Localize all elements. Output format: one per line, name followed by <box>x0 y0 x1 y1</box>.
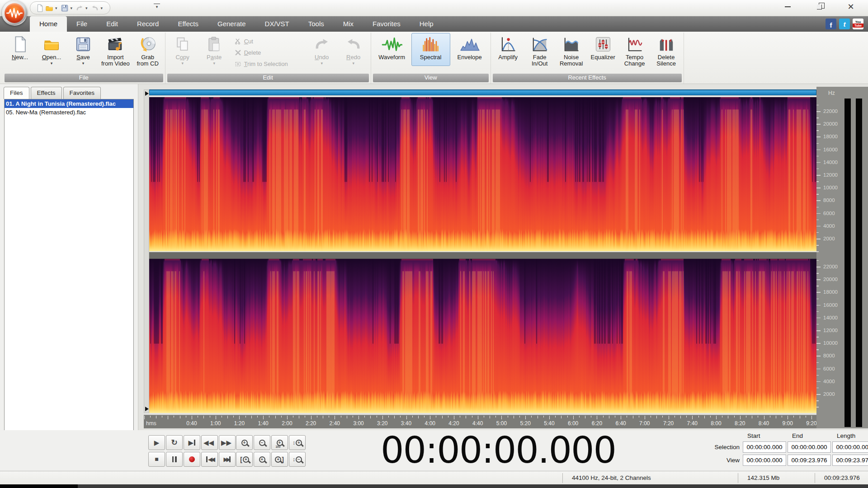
ribbon-button-envelope[interactable]: Envelope <box>450 33 489 66</box>
fast-forward-button[interactable]: ▶▶ <box>219 435 236 450</box>
menu-tab-home[interactable]: Home <box>30 16 67 32</box>
freq-tick <box>816 213 821 214</box>
pos-header-length: Length <box>832 432 868 440</box>
qat-open-folder-button[interactable] <box>45 4 53 12</box>
go-to-start-button[interactable]: ◀◀ <box>201 452 218 467</box>
ribbon-button-open[interactable]: Open... ▾ <box>36 33 67 66</box>
pos-selection-length-field[interactable]: 00:00:00.000 <box>832 441 868 453</box>
menu-tab-record[interactable]: Record <box>127 16 168 32</box>
ribbon-button-redo[interactable]: Redo ▾ <box>338 33 369 66</box>
facebook-icon[interactable]: f <box>826 19 836 29</box>
pos-selection-start-field[interactable]: 00:00:00.000 <box>743 441 786 453</box>
app-logo-button[interactable] <box>2 0 27 26</box>
ribbon-button-save[interactable]: Save ▾ <box>67 33 99 66</box>
level-meter-left <box>844 99 851 427</box>
pos-selection-end-field[interactable]: 00:00:00.000 <box>788 441 831 453</box>
menu-tab-help[interactable]: Help <box>410 16 443 32</box>
sidebar-tab-favorites[interactable]: Favorites <box>63 87 101 99</box>
ribbon-button-paste[interactable]: Paste ▾ <box>198 33 230 66</box>
qat-dropdown-arrow-icon[interactable]: ▾ <box>85 6 88 10</box>
menu-tab-file[interactable]: File <box>67 16 97 32</box>
menu-tab-mix[interactable]: Mix <box>334 16 363 32</box>
qat-undo-arrow-button[interactable] <box>75 4 84 12</box>
menu-tab-tools[interactable]: Tools <box>299 16 334 32</box>
selection-handle-top-icon[interactable] <box>145 91 149 96</box>
menu-tab-edit[interactable]: Edit <box>97 16 127 32</box>
ribbon-button-spectral[interactable]: Spectral <box>411 33 450 66</box>
ribbon-button-cut[interactable]: Cut <box>235 36 302 47</box>
zoom-100-button[interactable]: +100 <box>271 435 288 450</box>
window-close-button[interactable]: ✕ <box>842 1 860 13</box>
ribbon-button-noise-removal[interactable]: NoiseRemoval <box>556 33 587 72</box>
sidebar-tab-files[interactable]: Files <box>4 87 29 99</box>
ruler-tick <box>662 416 663 418</box>
time-ruler[interactable]: hms 0:401:001:201:402:002:202:403:003:20… <box>144 415 816 428</box>
ribbon-button-undo[interactable]: Undo ▾ <box>306 33 338 66</box>
stop-button[interactable]: ■ <box>148 452 165 467</box>
toolbar-customize-button[interactable]: ▾ <box>154 4 160 9</box>
pause-button[interactable] <box>166 452 183 467</box>
channel-divider[interactable] <box>149 251 816 259</box>
pos-view-length-field[interactable]: 00:09:23.976 <box>832 455 868 466</box>
selection-handle-bottom-icon[interactable] <box>145 407 149 411</box>
spectrogram-channel-1[interactable] <box>149 97 816 251</box>
loop-button[interactable]: ↻ <box>166 435 183 450</box>
ruler-time-label: 4:40 <box>472 420 483 427</box>
freq-tick <box>816 124 821 125</box>
zoom-selection-end-button[interactable]: +] <box>271 452 288 467</box>
record-button[interactable] <box>184 452 200 467</box>
overview-scrollbar[interactable] <box>149 89 816 95</box>
ribbon-button-tempo-change[interactable]: TempoChange <box>619 33 651 72</box>
qat-dropdown-arrow-icon[interactable]: ▾ <box>71 6 73 10</box>
play-to-end-button[interactable]: ▶ <box>184 435 200 450</box>
ribbon-button-delete[interactable]: Delete <box>235 47 302 58</box>
file-list[interactable]: 01. A Night in Tunisia (Remastered).flac… <box>4 99 134 468</box>
ribbon-button-copy[interactable]: Copy ▾ <box>167 33 198 66</box>
ribbon-button-grab-from-cd[interactable]: Grabfrom CD <box>132 33 164 72</box>
ribbon-button-waveform[interactable]: Waveform <box>373 33 411 66</box>
zoom-selection-button[interactable]: + <box>254 452 270 467</box>
sidebar-tab-effects[interactable]: Effects <box>31 87 62 99</box>
ribbon-button-fade-in-out[interactable]: FadeIn/Out <box>524 33 556 72</box>
ribbon-button-new[interactable]: New... <box>4 33 36 66</box>
ruler-tick <box>174 416 174 418</box>
menu-tab-dx-vst[interactable]: DX/VST <box>255 16 299 32</box>
window-minimize-button[interactable] <box>778 1 797 13</box>
zoom-vertical-out-button[interactable]: ↕− <box>289 452 306 467</box>
freq-tick <box>816 267 821 267</box>
frequency-unit-label: Hz <box>828 90 835 96</box>
file-list-item[interactable]: 01. A Night in Tunisia (Remastered).flac <box>5 99 133 108</box>
menu-tab-generate[interactable]: Generate <box>208 16 255 32</box>
window-restore-button[interactable] <box>810 1 828 13</box>
ribbon-button-equalizer[interactable]: Equalizer <box>587 33 619 66</box>
qat-dropdown-arrow-icon[interactable]: ▾ <box>55 6 57 10</box>
zoom-vertical-in-button[interactable]: ↕+ <box>289 435 306 450</box>
ribbon-button-amplify[interactable]: Amplify <box>492 33 524 66</box>
qat-new-document-button[interactable] <box>36 4 44 12</box>
zoom-selection-start-button[interactable]: [+ <box>236 452 253 467</box>
qat-dropdown-arrow-icon[interactable]: ▾ <box>101 6 103 10</box>
ribbon-button-trim-to-selection[interactable]: Trim to Selection <box>235 58 302 70</box>
pos-view-end-field[interactable]: 00:09:23.976 <box>788 455 831 466</box>
qat-redo-arrow-button[interactable] <box>91 4 99 12</box>
ruler-tick <box>162 416 162 418</box>
twitter-icon[interactable]: t <box>839 19 850 29</box>
zoom-in-button[interactable]: + <box>236 435 253 450</box>
zoom-out-button[interactable]: − <box>254 435 270 450</box>
pos-view-start-field[interactable]: 00:00:00.000 <box>743 455 786 466</box>
menu-tab-effects[interactable]: Effects <box>168 16 208 32</box>
spectrogram-channel-2[interactable] <box>149 259 816 413</box>
go-to-end-button[interactable]: ▶▶ <box>219 452 236 467</box>
menu-tab-favorites[interactable]: Favorites <box>363 16 410 32</box>
ribbon-button-delete-silence[interactable]: DeleteSilence <box>651 33 682 72</box>
selection-gutter[interactable] <box>144 89 149 413</box>
file-list-item[interactable]: 05. New-Ma (Remastered).flac <box>5 108 133 117</box>
ruler-time-label: 1:20 <box>234 420 245 427</box>
qat-save-floppy-button[interactable] <box>61 4 69 12</box>
youtube-icon[interactable]: YouTube <box>853 19 863 29</box>
ruler-time-label: 5:20 <box>520 420 531 427</box>
ribbon-edit-stack: CutDeleteTrim to Selection <box>230 33 306 70</box>
ribbon-button-import-from-video[interactable]: Importfrom Video <box>99 33 132 72</box>
play-button[interactable]: ▶ <box>148 435 165 450</box>
rewind-button[interactable]: ◀◀ <box>201 435 218 450</box>
